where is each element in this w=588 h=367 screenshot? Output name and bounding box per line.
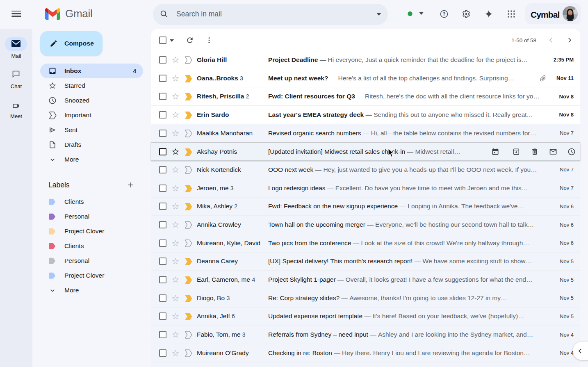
svg-text:?: ? xyxy=(443,11,446,16)
